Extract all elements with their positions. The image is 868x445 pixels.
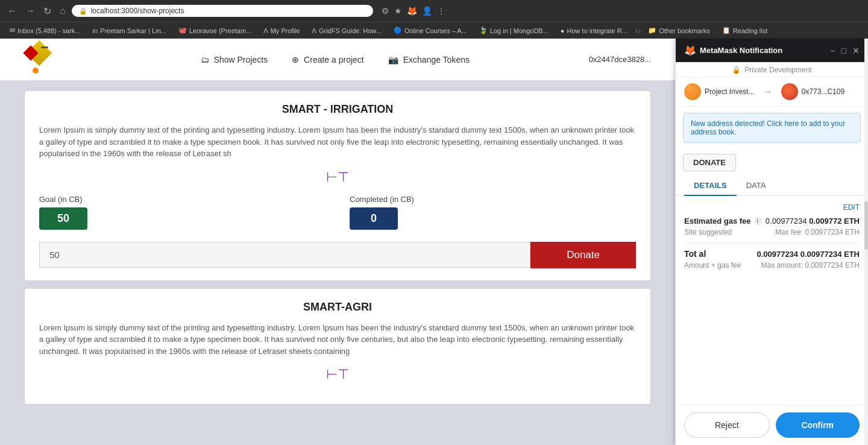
mm-total-label: Tot al [684, 249, 706, 259]
exchange-tokens-label: Exchange Tokens [403, 55, 470, 65]
mm-donate-display: DONATE [683, 154, 736, 171]
bookmark-myprofile[interactable]: Λ My Profile [259, 26, 304, 36]
bookmark-gmail[interactable]: ✉ Inbox (5,488) - sark... [5, 25, 86, 36]
account-from-name: Project Invest... [705, 87, 755, 96]
mm-edit-link[interactable]: EDIT [684, 203, 860, 212]
completed-value-irrigation: 0 [350, 207, 398, 230]
app-content: 🗂 Show Projects ⊕ Create a project 📷 Exc… [0, 39, 675, 445]
mm-max-amount: Max amount: 0.00977234 ETH [761, 261, 860, 270]
browser-chrome: ← → ↻ ⌂ 🔒 localhost:3000/show-projects ⚙… [0, 0, 868, 22]
account-to-addr: 0x773...C109 [802, 87, 844, 96]
wallet-address: 0x2447dce3828... [589, 55, 651, 64]
extensions-btn[interactable]: ⚙ [382, 6, 389, 16]
projects-list: SMART - IRRIGATION Lorem Ipsum is simply… [0, 81, 675, 445]
mm-private-dev: 🔒 Private Development [676, 62, 868, 77]
nav-create-project[interactable]: ⊕ Create a project [292, 55, 364, 65]
mm-scrollbar-thumb [864, 201, 868, 250]
mm-max-fee-value: Max fee: 0.00977234 ETH [775, 228, 860, 236]
create-project-icon: ⊕ [292, 55, 299, 65]
donate-input-irrigation[interactable] [39, 242, 530, 268]
donate-button-irrigation[interactable]: Donate [530, 242, 636, 268]
mm-maximize-btn[interactable]: □ [841, 46, 846, 55]
project-card-irrigation: SMART - IRRIGATION Lorem Ipsum is simply… [24, 90, 651, 281]
gas-fee-info-icon[interactable]: i [753, 217, 762, 226]
mm-accounts-row: Project Invest... → 0x773...C109 [676, 77, 868, 107]
project-icon-irrigation: ⊢⊤ [39, 169, 636, 185]
mm-total-value: 0.00977234 0.00977234 ETH [756, 250, 860, 259]
forward-button[interactable]: → [23, 4, 37, 17]
project-desc-irrigation: Lorem Ipsum is simply dummy text of the … [39, 124, 636, 160]
mm-amount-gas-row: Amount + gas fee Max amount: 0.00977234 … [684, 261, 860, 270]
mm-reject-button[interactable]: Reject [684, 412, 770, 438]
url-text: localhost:3000/show-projects [91, 7, 184, 15]
goal-value-irrigation: 50 [39, 207, 87, 230]
mm-gas-fee-row: Estimated gas fee i 0.00977234 0.009772 … [684, 216, 860, 226]
mm-new-address-banner[interactable]: New address detected! Click here to add … [683, 113, 861, 143]
bookmark-courses[interactable]: 🔵 Online Courses – A... [389, 25, 472, 36]
project-card-agri: SMART-AGRI Lorem Ipsum is simply dummy t… [24, 288, 651, 405]
project-title-agri: SMART-AGRI [39, 301, 636, 314]
back-button[interactable]: ← [5, 4, 19, 17]
nav-exchange-tokens[interactable]: 📷 Exchange Tokens [388, 55, 470, 65]
exchange-tokens-icon: 📷 [388, 55, 398, 65]
show-projects-label: Show Projects [214, 55, 268, 65]
mm-gas-fee-label: Estimated gas fee i [684, 216, 762, 226]
mm-title-text: MetaMask Notification [700, 46, 782, 55]
bookmark-mongodb[interactable]: 🍃 Log in | MongoDB... [474, 25, 553, 36]
project-title-irrigation: SMART - IRRIGATION [39, 103, 636, 116]
bookmark-github[interactable]: 🐙 Leoravoe (Preetam... [174, 25, 256, 36]
mm-details-panel: EDIT Estimated gas fee i 0.00977234 0.00… [676, 196, 868, 405]
gas-fee-eth: 0.009772 ETH [809, 216, 860, 226]
app-area: 🗂 Show Projects ⊕ Create a project 📷 Exc… [0, 39, 868, 445]
mm-account-from: Project Invest... [684, 83, 755, 100]
bookmark-other[interactable]: 📁 Other bookmarks [643, 25, 714, 36]
metamask-panel: 🦊 MetaMask Notification − □ ✕ 🔒 Private … [675, 39, 868, 445]
mm-scrollbar[interactable] [864, 39, 868, 445]
bookmark-integrate[interactable]: ● How to integrate R... [556, 26, 632, 36]
arrow-icon: → [763, 86, 773, 97]
app-logo [24, 43, 57, 76]
mm-tab-details[interactable]: DETAILS [684, 176, 737, 196]
project-stats-irrigation: Goal (in CB) 50 Completed (in CB) 0 [39, 195, 636, 230]
mm-divider [684, 242, 860, 243]
fox-icon: 🦊 [684, 45, 696, 56]
lock-icon: 🔒 [79, 7, 87, 15]
app-header: 🗂 Show Projects ⊕ Create a project 📷 Exc… [0, 39, 675, 81]
bookmark-reading[interactable]: 📋 Reading list [717, 25, 772, 36]
metamask-ext[interactable]: 🦊 [407, 6, 417, 16]
bookmark-linkedin[interactable]: in Preetam Sarkar | Lin... [88, 26, 171, 36]
mm-site-suggested-label: Site suggested [684, 228, 732, 236]
menu-btn[interactable]: ⋮ [437, 6, 445, 16]
mm-confirm-button[interactable]: Confirm [776, 412, 860, 438]
mm-amount-gas-label: Amount + gas fee [684, 261, 741, 270]
browser-actions: ⚙ ★ 🦊 👤 ⋮ [382, 6, 445, 16]
mm-header: 🦊 MetaMask Notification − □ ✕ [676, 39, 868, 62]
stat-goal-irrigation: Goal (in CB) 50 [39, 195, 326, 230]
mm-site-suggested-row: Site suggested Max fee: 0.00977234 ETH [684, 228, 860, 236]
private-dev-text: Private Development [744, 66, 811, 74]
mm-gas-fee-value: 0.00977234 0.009772 ETH [766, 216, 860, 226]
show-projects-icon: 🗂 [201, 55, 209, 65]
address-bar[interactable]: 🔒 localhost:3000/show-projects [72, 5, 373, 17]
account-from-avatar [684, 83, 701, 100]
mm-title: 🦊 MetaMask Notification [684, 45, 782, 56]
star-btn[interactable]: ★ [394, 6, 402, 16]
project-desc-agri: Lorem Ipsum is simply dummy text of the … [39, 322, 636, 358]
private-icon: 🔒 [732, 66, 741, 74]
mm-tab-data[interactable]: DATA [737, 176, 776, 195]
refresh-button[interactable]: ↻ [41, 4, 54, 18]
mm-close-btn[interactable]: ✕ [852, 46, 860, 55]
user-btn[interactable]: 👤 [422, 6, 432, 16]
app-nav: 🗂 Show Projects ⊕ Create a project 📷 Exc… [81, 55, 589, 65]
donate-row-irrigation: Donate [39, 242, 636, 268]
project-icon-agri: ⊢⊤ [39, 367, 636, 382]
nav-show-projects[interactable]: 🗂 Show Projects [201, 55, 268, 65]
goal-label-irrigation: Goal (in CB) [39, 195, 326, 204]
mm-minimize-btn[interactable]: − [830, 46, 835, 55]
mm-total-row: Tot al 0.00977234 0.00977234 ETH [684, 249, 860, 259]
bookmark-gridfs[interactable]: Λ GridFS Guide: How... [307, 26, 386, 36]
home-button[interactable]: ⌂ [57, 4, 68, 17]
bookmarks-bar: ✉ Inbox (5,488) - sark... in Preetam Sar… [0, 22, 868, 39]
create-project-label: Create a project [304, 55, 364, 65]
mm-account-to: 0x773...C109 [781, 83, 844, 100]
